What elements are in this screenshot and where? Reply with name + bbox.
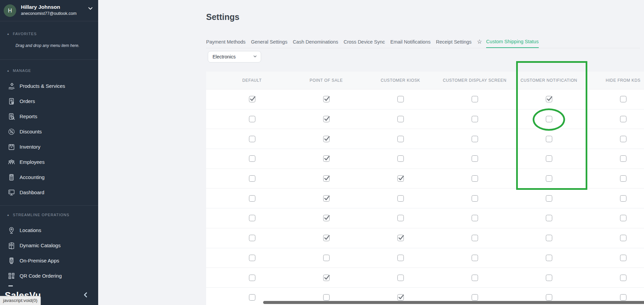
checkbox-customer-kiosk[interactable] <box>397 136 404 142</box>
checkbox-customer-display-screen[interactable] <box>472 96 478 102</box>
sidebar-item-discounts[interactable]: Discounts <box>0 124 98 139</box>
sidebar-item-orders[interactable]: Orders <box>0 94 98 109</box>
sidebar-item-inventory[interactable]: Inventory <box>0 139 98 154</box>
checkbox-customer-kiosk[interactable] <box>397 235 404 241</box>
tab-cross-device-sync[interactable]: Cross Device Sync <box>344 35 385 48</box>
checkbox-point-of-sale[interactable] <box>323 175 330 182</box>
checkbox-point-of-sale[interactable] <box>323 155 330 162</box>
checkbox-hide-from-kds[interactable] <box>620 215 626 221</box>
checkbox-hide-from-kds[interactable] <box>620 275 626 281</box>
sidebar-item-on-premise-apps[interactable]: On-Premise Apps <box>0 253 98 268</box>
section-header-manage[interactable]: ▲MANAGE <box>7 69 31 73</box>
divider <box>0 205 98 206</box>
checkbox-customer-notification[interactable] <box>546 136 552 142</box>
checkbox-customer-kiosk[interactable] <box>397 275 404 281</box>
checkbox-customer-display-screen[interactable] <box>472 255 478 261</box>
tab-cash-denominations[interactable]: Cash Denominations <box>293 35 338 48</box>
checkbox-default[interactable] <box>249 294 255 301</box>
checkbox-point-of-sale[interactable] <box>323 215 330 221</box>
checkbox-customer-notification[interactable] <box>546 116 552 122</box>
checkbox-point-of-sale[interactable] <box>323 294 330 301</box>
checkbox-customer-kiosk[interactable] <box>397 175 404 182</box>
sidebar-item-dashboard[interactable]: Dashboard <box>0 185 98 200</box>
checkbox-default[interactable] <box>249 195 255 202</box>
tab-general-settings[interactable]: General Settings <box>251 35 287 48</box>
checkbox-hide-from-kds[interactable] <box>620 116 626 122</box>
checkbox-customer-display-screen[interactable] <box>472 294 478 301</box>
checkbox-customer-notification[interactable] <box>546 255 552 261</box>
checkbox-hide-from-kds[interactable] <box>620 155 626 162</box>
sidebar-item-accounting[interactable]: Accounting <box>0 170 98 185</box>
avatar: H <box>4 4 16 17</box>
tab-payment-methods[interactable]: Payment Methods <box>206 35 246 48</box>
collapse-triangle-icon: ▲ <box>7 32 10 35</box>
checkbox-hide-from-kds[interactable] <box>620 294 626 301</box>
chevron-down-icon[interactable] <box>87 5 94 13</box>
checkbox-customer-display-screen[interactable] <box>472 136 478 142</box>
checkbox-customer-kiosk[interactable] <box>397 195 404 202</box>
favorite-star-icon[interactable]: ☆ <box>477 38 482 45</box>
checkbox-customer-kiosk[interactable] <box>397 294 404 301</box>
checkbox-customer-notification[interactable] <box>546 275 552 281</box>
column-header-hide-from-kds: HIDE FROM KDS <box>586 78 644 83</box>
checkbox-default[interactable] <box>249 275 255 281</box>
checkbox-customer-display-screen[interactable] <box>472 195 478 202</box>
checkbox-default[interactable] <box>249 136 255 142</box>
checkbox-hide-from-kds[interactable] <box>620 235 626 241</box>
checkbox-hide-from-kds[interactable] <box>620 195 626 202</box>
checkbox-point-of-sale[interactable] <box>323 116 330 122</box>
checkbox-customer-notification[interactable] <box>546 195 552 202</box>
checkbox-default[interactable] <box>249 96 255 102</box>
checkbox-default[interactable] <box>249 116 255 122</box>
checkbox-customer-display-screen[interactable] <box>472 215 478 221</box>
tab-email-notifications[interactable]: Email Notifications <box>390 35 430 48</box>
sidebar-item-dynamic-catalogs[interactable]: Dynamic Catalogs <box>0 238 98 253</box>
checkbox-default[interactable] <box>249 215 255 221</box>
checkbox-default[interactable] <box>249 235 255 241</box>
table-row <box>206 208 644 228</box>
checkbox-point-of-sale[interactable] <box>323 275 330 281</box>
category-select[interactable]: Electronics <box>208 51 261 62</box>
sidebar-item-locations[interactable]: Locations <box>0 223 98 238</box>
horizontal-scrollbar[interactable] <box>263 301 644 304</box>
checkbox-hide-from-kds[interactable] <box>620 255 626 261</box>
sidebar-item-qr-code-ordering[interactable]: QR Code Ordering <box>0 268 98 283</box>
section-header-streamline-operations[interactable]: ▲STREAMLINE OPERATIONS <box>7 213 69 217</box>
checkbox-customer-notification[interactable] <box>546 96 552 102</box>
checkbox-point-of-sale[interactable] <box>323 255 330 261</box>
checkbox-hide-from-kds[interactable] <box>620 136 626 142</box>
section-header-favorites[interactable]: ▲FAVORITES <box>7 32 37 36</box>
checkbox-customer-notification[interactable] <box>546 294 552 301</box>
checkbox-default[interactable] <box>249 155 255 162</box>
checkbox-customer-kiosk[interactable] <box>397 116 404 122</box>
products-services-icon <box>7 82 16 90</box>
checkbox-default[interactable] <box>249 175 255 182</box>
sidebar-item-employees[interactable]: Employees <box>0 154 98 170</box>
checkbox-customer-display-screen[interactable] <box>472 275 478 281</box>
checkbox-customer-notification[interactable] <box>546 235 552 241</box>
tab-receipt-settings[interactable]: Receipt Settings <box>436 35 472 48</box>
sidebar-item-products-services[interactable]: Products & Services <box>0 78 98 94</box>
checkbox-hide-from-kds[interactable] <box>620 96 626 102</box>
checkbox-customer-notification[interactable] <box>546 175 552 182</box>
checkbox-customer-kiosk[interactable] <box>397 96 404 102</box>
checkbox-point-of-sale[interactable] <box>323 96 330 102</box>
checkbox-customer-kiosk[interactable] <box>397 255 404 261</box>
checkbox-default[interactable] <box>249 255 255 261</box>
user-menu[interactable]: H Hillary Johnson aneconomist77@outlook.… <box>0 0 98 21</box>
checkbox-customer-display-screen[interactable] <box>472 175 478 182</box>
checkbox-customer-display-screen[interactable] <box>472 235 478 241</box>
checkbox-customer-kiosk[interactable] <box>397 215 404 221</box>
checkbox-point-of-sale[interactable] <box>323 235 330 241</box>
checkbox-customer-notification[interactable] <box>546 155 552 162</box>
checkbox-customer-display-screen[interactable] <box>472 155 478 162</box>
checkbox-customer-notification[interactable] <box>546 215 552 221</box>
checkbox-customer-display-screen[interactable] <box>472 116 478 122</box>
checkbox-customer-kiosk[interactable] <box>397 155 404 162</box>
checkbox-point-of-sale[interactable] <box>323 195 330 202</box>
sidebar-collapse-icon[interactable] <box>82 291 89 300</box>
tab-custom-shipping-status[interactable]: Custom Shipping Status <box>486 35 539 48</box>
checkbox-point-of-sale[interactable] <box>323 136 330 142</box>
checkbox-hide-from-kds[interactable] <box>620 175 626 182</box>
sidebar-item-reports[interactable]: Reports <box>0 109 98 124</box>
